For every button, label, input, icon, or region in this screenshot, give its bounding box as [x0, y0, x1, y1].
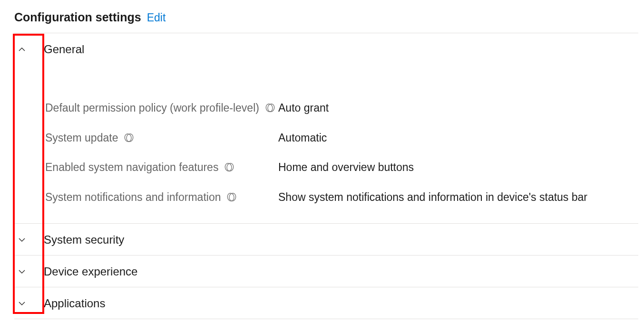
section-header-general[interactable]: General: [14, 33, 638, 65]
chevron-down-icon[interactable]: [14, 267, 29, 276]
setting-value: Auto grant: [278, 100, 638, 116]
section-header-applications[interactable]: Applications: [14, 287, 638, 319]
section-header-system-security[interactable]: System security: [14, 224, 638, 256]
setting-label: Enabled system navigation features: [45, 159, 278, 176]
section-title-system-security: System security: [44, 233, 124, 246]
setting-row: Enabled system navigation features Home …: [45, 152, 638, 182]
setting-row: System notifications and information Sho…: [45, 182, 638, 212]
chevron-down-icon[interactable]: [14, 235, 29, 245]
setting-row: System update Automatic: [45, 123, 638, 153]
section-header-device-experience[interactable]: Device experience: [14, 256, 638, 287]
section-body-general: Default permission policy (work profile-…: [14, 65, 638, 224]
info-icon[interactable]: [124, 133, 134, 143]
setting-label: Default permission policy (work profile-…: [45, 100, 278, 116]
setting-value: Show system notifications and informatio…: [278, 189, 638, 206]
info-icon[interactable]: [226, 192, 237, 202]
section-title-general: General: [44, 43, 84, 56]
setting-value: Automatic: [278, 130, 638, 146]
page-title: Configuration settings: [14, 10, 141, 24]
setting-row: Default permission policy (work profile-…: [45, 93, 638, 123]
page-header: Configuration settings Edit: [14, 10, 638, 24]
chevron-up-icon[interactable]: [14, 45, 29, 54]
setting-label: System update: [45, 130, 278, 146]
setting-label: System notifications and information: [45, 189, 278, 206]
info-icon[interactable]: [224, 162, 234, 172]
chevron-down-icon[interactable]: [14, 299, 29, 308]
section-title-device-experience: Device experience: [44, 265, 137, 278]
setting-value: Home and overview buttons: [278, 159, 638, 176]
edit-link[interactable]: Edit: [147, 11, 166, 24]
info-icon[interactable]: [265, 103, 275, 113]
section-title-applications: Applications: [44, 297, 105, 310]
